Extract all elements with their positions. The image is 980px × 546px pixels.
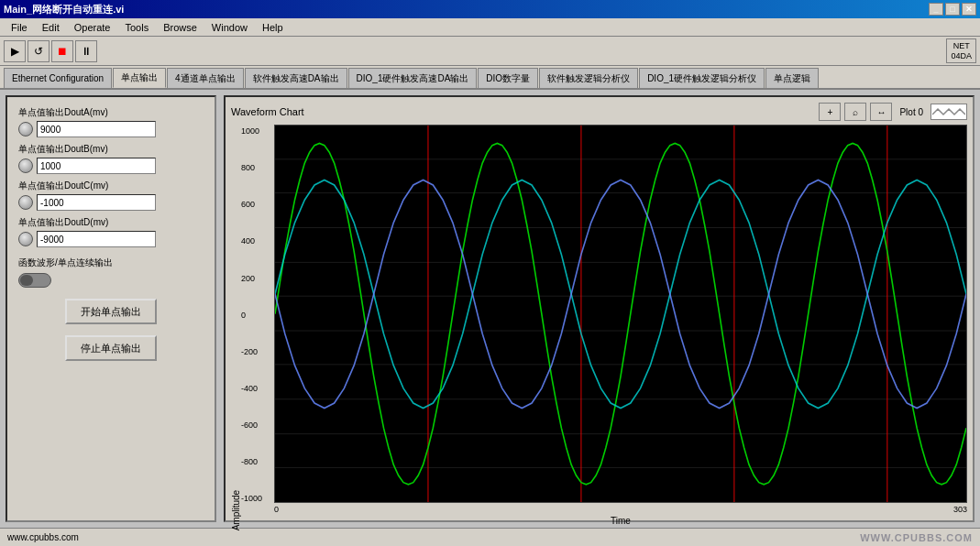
y-axis-title: Amplitude xyxy=(231,125,241,530)
field-group-c: 单点值输出DoutC(mv) xyxy=(18,180,204,211)
field-group-d: 单点值输出DoutD(mv) xyxy=(18,216,204,247)
chart-title: Waveform Chart xyxy=(231,106,304,117)
y-label-1000: 1000 xyxy=(241,126,272,136)
y-label-n200: -200 xyxy=(241,347,272,356)
y-axis-labels: 1000 800 600 400 200 0 -200 -400 -600 -8… xyxy=(241,125,274,530)
left-panel: 单点值输出DoutA(mv) 单点值输出DoutB(mv) 单点值输出DoutC… xyxy=(6,95,216,522)
toggle-row: 函数波形/单点连续输出 xyxy=(18,257,204,288)
chart-zoom-fit[interactable]: ⌕ xyxy=(844,103,866,121)
menu-file[interactable]: File xyxy=(4,20,35,35)
toggle-thumb xyxy=(20,275,33,286)
chart-zoom-in[interactable]: + xyxy=(819,103,841,121)
toolbar: ▶ ↺ ⏹ ⏸ NET04DA xyxy=(0,37,980,66)
plot-indicator xyxy=(930,104,967,120)
chart-header: Waveform Chart + ⌕ ↔ Plot 0 xyxy=(231,103,967,121)
menu-window[interactable]: Window xyxy=(204,20,255,35)
rerun-button[interactable]: ↺ xyxy=(28,40,50,62)
field-d-input[interactable] xyxy=(37,231,156,247)
minimize-button[interactable]: _ xyxy=(929,3,943,16)
tab-sw-logic[interactable]: 软件触发逻辑分析仪 xyxy=(539,68,638,88)
menu-bar: File Edit Operate Tools Browse Window He… xyxy=(0,18,980,37)
toggle-label: 函数波形/单点连续输出 xyxy=(18,257,113,269)
menu-operate[interactable]: Operate xyxy=(67,20,118,35)
plot-label: Plot 0 xyxy=(896,107,927,117)
knob-b[interactable] xyxy=(18,158,33,173)
y-label-n400: -400 xyxy=(241,384,272,393)
chart-controls: + ⌕ ↔ Plot 0 xyxy=(819,103,967,121)
y-label-n800: -800 xyxy=(241,457,272,466)
title-bar: Main_网络断开自动重连.vi _ □ ✕ xyxy=(0,0,980,18)
y-label-800: 800 xyxy=(241,163,272,172)
knob-a[interactable] xyxy=(18,122,33,136)
chart-scroll[interactable]: ↔ xyxy=(870,103,892,121)
chart-area: Amplitude 1000 800 600 400 200 0 -200 -4… xyxy=(231,125,967,530)
y-label-0: 0 xyxy=(241,311,272,320)
status-left: www.cpubbs.com xyxy=(7,532,79,542)
main-content: 单点值输出DoutA(mv) 单点值输出DoutB(mv) 单点值输出DoutC… xyxy=(0,90,980,528)
y-label-n1000: -1000 xyxy=(241,494,272,503)
right-panel: Waveform Chart + ⌕ ↔ Plot 0 Amplitude 10… xyxy=(224,95,974,522)
pause-button[interactable]: ⏸ xyxy=(75,40,97,62)
field-c-input[interactable] xyxy=(37,194,156,211)
field-a-input[interactable] xyxy=(37,121,156,137)
tab-dio-digital[interactable]: DIO数字量 xyxy=(478,68,538,88)
tab-dio-hw-da[interactable]: DIO_1硬件触发高速DA输出 xyxy=(348,68,478,88)
field-group-b: 单点值输出DoutB(mv) xyxy=(18,143,204,174)
y-label-600: 600 xyxy=(241,200,272,209)
x-label-303: 303 xyxy=(953,505,967,514)
tabs-bar: Ethernet Configuration 单点输出 4通道单点输出 软件触发… xyxy=(0,66,980,90)
window-title: Main_网络断开自动重连.vi xyxy=(4,3,124,16)
field-b-label: 单点值输出DoutB(mv) xyxy=(18,143,204,156)
x-axis-labels: 0 303 xyxy=(274,503,967,514)
tab-single-output[interactable]: 单点输出 xyxy=(113,68,166,88)
watermark: WWW.CPUBBS.COM xyxy=(860,532,973,543)
stop-button[interactable]: ⏹ xyxy=(51,40,73,62)
knob-c[interactable] xyxy=(18,195,33,210)
maximize-button[interactable]: □ xyxy=(945,3,960,16)
tab-ethernet[interactable]: Ethernet Configuration xyxy=(4,68,112,88)
x-label-0: 0 xyxy=(274,505,279,514)
x-axis-area: 0 303 Time xyxy=(274,503,967,530)
x-axis-title: Time xyxy=(274,516,967,526)
tab-dio-hw-logic[interactable]: DIO_1硬件触发逻辑分析仪 xyxy=(639,68,765,88)
toggle-switch[interactable] xyxy=(18,273,51,288)
field-a-label: 单点值输出DoutA(mv) xyxy=(18,106,204,119)
y-label-200: 200 xyxy=(241,274,272,283)
menu-browse[interactable]: Browse xyxy=(156,20,204,35)
title-bar-buttons: _ □ ✕ xyxy=(929,3,976,16)
y-label-n600: -600 xyxy=(241,420,272,430)
field-group-a: 单点值输出DoutA(mv) xyxy=(18,106,204,137)
menu-edit[interactable]: Edit xyxy=(35,20,67,35)
field-d-label: 单点值输出DoutD(mv) xyxy=(18,216,204,229)
field-b-input[interactable] xyxy=(37,158,156,174)
menu-tools[interactable]: Tools xyxy=(117,20,156,35)
tab-single-logic[interactable]: 单点逻辑 xyxy=(765,68,819,88)
waveform-canvas[interactable] xyxy=(274,125,967,503)
chart-with-x: 0 303 Time xyxy=(274,125,967,530)
run-button[interactable]: ▶ xyxy=(4,40,26,62)
close-button[interactable]: ✕ xyxy=(962,3,976,16)
tab-4ch-single[interactable]: 4通道单点输出 xyxy=(167,68,244,88)
knob-d[interactable] xyxy=(18,232,33,246)
field-c-label: 单点值输出DoutC(mv) xyxy=(18,180,204,192)
tab-sw-da[interactable]: 软件触发高速DA输出 xyxy=(245,68,347,88)
y-label-400: 400 xyxy=(241,236,272,246)
net-badge: NET04DA xyxy=(946,38,976,64)
menu-help[interactable]: Help xyxy=(255,20,291,35)
stop-button[interactable]: 停止单点输出 xyxy=(65,335,157,361)
start-button[interactable]: 开始单点输出 xyxy=(65,299,157,324)
